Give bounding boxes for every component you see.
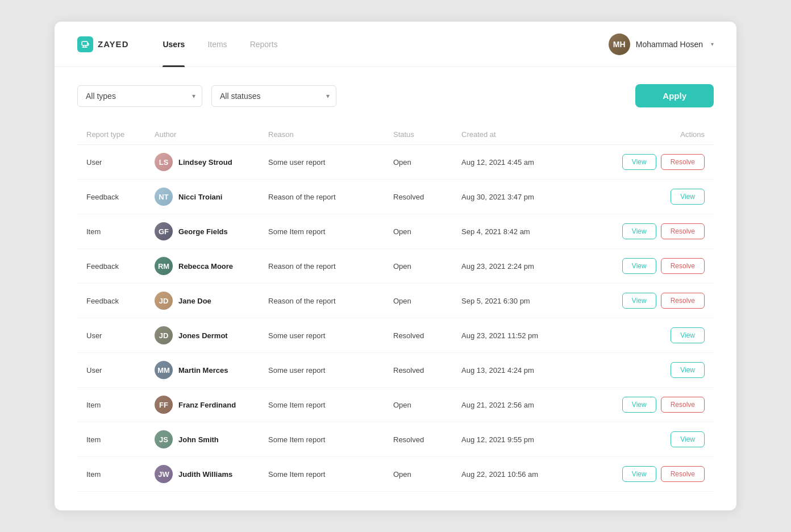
author-avatar: JD — [155, 326, 173, 344]
author-avatar: JS — [155, 430, 173, 448]
cell-actions: View — [586, 431, 705, 447]
cell-reason: Some Item report — [268, 470, 393, 479]
chevron-down-icon: ▾ — [711, 41, 714, 47]
cell-created-at: Aug 23, 2021 2:24 pm — [461, 262, 586, 271]
author-avatar: MM — [155, 361, 173, 379]
author-name: Rebecca Moore — [178, 262, 233, 271]
author-avatar: GF — [155, 222, 173, 240]
col-report-type: Report type — [86, 130, 155, 139]
cell-actions: ViewResolve — [586, 293, 705, 309]
cell-author: JD Jones Dermot — [155, 326, 268, 344]
resolve-button[interactable]: Resolve — [661, 223, 705, 239]
resolve-button[interactable]: Resolve — [661, 154, 705, 170]
view-button[interactable]: View — [622, 258, 656, 274]
author-name: Judith Williams — [178, 470, 232, 479]
cell-type: Item — [86, 470, 155, 479]
cell-status: Resolved — [393, 193, 461, 201]
author-name: George Fields — [178, 227, 228, 236]
header: ZAYED Users Items Reports MH Mohammad Ho… — [55, 22, 736, 67]
cell-reason: Some Item report — [268, 435, 393, 444]
author-name: Jane Doe — [178, 297, 211, 305]
author-avatar: NT — [155, 188, 173, 206]
resolve-button[interactable]: Resolve — [661, 397, 705, 413]
nav-item-items[interactable]: Items — [196, 22, 238, 67]
main-card: ZAYED Users Items Reports MH Mohammad Ho… — [55, 22, 736, 510]
author-avatar: FF — [155, 396, 173, 414]
col-author: Author — [155, 130, 268, 139]
type-filter-wrapper: All types User Item Feedback — [77, 85, 202, 107]
cell-actions: View — [586, 362, 705, 378]
status-filter[interactable]: All statuses Open Resolved — [211, 85, 336, 107]
cell-created-at: Aug 22, 2021 10:56 am — [461, 470, 586, 479]
table-row: Feedback JD Jane Doe Reason of the repor… — [77, 284, 714, 318]
author-name: Franz Ferdinand — [178, 401, 236, 409]
status-filter-wrapper: All statuses Open Resolved — [211, 85, 336, 107]
cell-author: JW Judith Williams — [155, 465, 268, 483]
cell-reason: Some Item report — [268, 227, 393, 236]
logo-text: ZAYED — [98, 39, 128, 49]
nav-item-users[interactable]: Users — [151, 22, 196, 67]
author-avatar: LS — [155, 153, 173, 171]
user-profile[interactable]: MH Mohammad Hosen ▾ — [609, 34, 714, 55]
logo-icon — [77, 36, 93, 52]
cell-status: Resolved — [393, 366, 461, 375]
avatar: MH — [609, 34, 630, 55]
cell-actions: ViewResolve — [586, 154, 705, 170]
table-row: User JD Jones Dermot Some user report Re… — [77, 318, 714, 353]
table-row: User MM Martin Merces Some user report R… — [77, 353, 714, 388]
resolve-button[interactable]: Resolve — [661, 258, 705, 274]
resolve-button[interactable]: Resolve — [661, 466, 705, 482]
view-button[interactable]: View — [671, 327, 705, 343]
cell-author: GF George Fields — [155, 222, 268, 240]
table-row: Feedback NT Nicci Troiani Reason of the … — [77, 180, 714, 214]
cell-created-at: Aug 21, 2021 2:56 am — [461, 401, 586, 409]
cell-author: MM Martin Merces — [155, 361, 268, 379]
cell-type: Item — [86, 401, 155, 409]
cell-author: FF Franz Ferdinand — [155, 396, 268, 414]
view-button[interactable]: View — [671, 362, 705, 378]
view-button[interactable]: View — [622, 397, 656, 413]
col-reason: Reason — [268, 130, 393, 139]
view-button[interactable]: View — [622, 154, 656, 170]
table-row: Feedback RM Rebecca Moore Reason of the … — [77, 249, 714, 284]
svg-rect-0 — [82, 41, 88, 45]
table-body: User LS Lindsey Stroud Some user report … — [77, 145, 714, 492]
view-button[interactable]: View — [671, 431, 705, 447]
type-filter[interactable]: All types User Item Feedback — [77, 85, 202, 107]
cell-actions: ViewResolve — [586, 223, 705, 239]
col-actions: Actions — [586, 130, 705, 139]
cell-created-at: Aug 12, 2021 9:55 pm — [461, 435, 586, 444]
cell-status: Open — [393, 227, 461, 236]
author-name: Martin Merces — [178, 366, 228, 375]
cell-type: Feedback — [86, 193, 155, 201]
cell-status: Resolved — [393, 331, 461, 340]
cell-reason: Some user report — [268, 158, 393, 167]
view-button[interactable]: View — [671, 189, 705, 205]
author-name: Lindsey Stroud — [178, 158, 232, 167]
resolve-button[interactable]: Resolve — [661, 293, 705, 309]
col-created-at: Created at — [461, 130, 586, 139]
reports-table: Report type Author Reason Status Created… — [77, 124, 714, 492]
nav-item-reports[interactable]: Reports — [239, 22, 289, 67]
cell-created-at: Sep 4, 2021 8:42 am — [461, 227, 586, 236]
col-status: Status — [393, 130, 461, 139]
cell-actions: View — [586, 189, 705, 205]
apply-button[interactable]: Apply — [635, 84, 714, 107]
cell-author: RM Rebecca Moore — [155, 257, 268, 275]
cell-status: Open — [393, 262, 461, 271]
author-avatar: JW — [155, 465, 173, 483]
view-button[interactable]: View — [622, 223, 656, 239]
cell-type: User — [86, 158, 155, 167]
view-button[interactable]: View — [622, 466, 656, 482]
cell-type: User — [86, 366, 155, 375]
cell-author: JD Jane Doe — [155, 292, 268, 310]
author-avatar: JD — [155, 292, 173, 310]
view-button[interactable]: View — [622, 293, 656, 309]
cell-status: Open — [393, 401, 461, 409]
cell-status: Open — [393, 297, 461, 305]
cell-created-at: Aug 12, 2021 4:45 am — [461, 158, 586, 167]
cell-type: Feedback — [86, 297, 155, 305]
cell-created-at: Aug 13, 2021 4:24 pm — [461, 366, 586, 375]
cell-reason: Reason of the report — [268, 193, 393, 201]
cell-reason: Reason of the report — [268, 262, 393, 271]
